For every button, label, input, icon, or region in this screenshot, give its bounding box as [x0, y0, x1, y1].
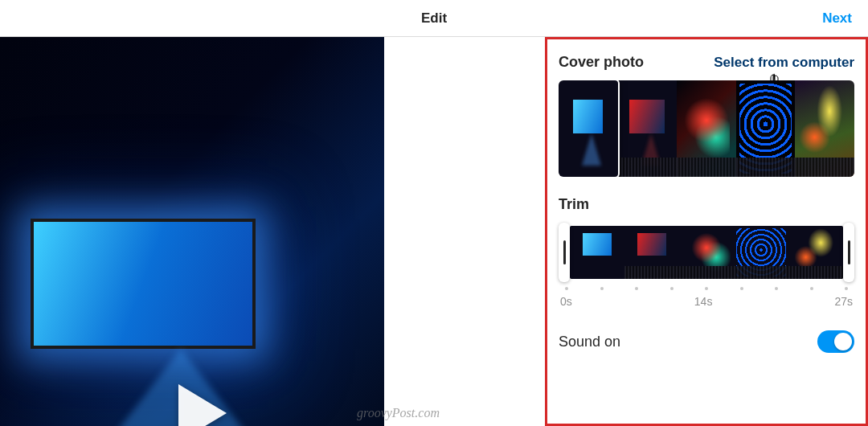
trim-end-handle[interactable] [843, 223, 854, 282]
spacer [384, 37, 545, 426]
trim-mid-label: 14s [694, 295, 713, 308]
trim-frame [570, 226, 624, 279]
trim-frame [788, 226, 843, 279]
next-button[interactable]: Next [822, 10, 852, 27]
cover-frame[interactable] [618, 80, 678, 177]
cover-frame[interactable] [559, 80, 620, 177]
play-icon[interactable] [178, 384, 227, 426]
trim-strip[interactable] [559, 223, 854, 282]
cover-frame[interactable] [795, 80, 854, 177]
trim-end-label: 27s [834, 295, 853, 308]
cover-frame-strip[interactable] [559, 80, 854, 177]
cover-frame[interactable] [677, 80, 736, 177]
trim-section: Trim 0s 14s 27s [559, 196, 854, 308]
trim-frame [624, 226, 679, 279]
trim-ticks [559, 287, 854, 290]
trim-frame [679, 226, 734, 279]
trim-frames[interactable] [570, 226, 843, 279]
sound-row: Sound on [559, 330, 854, 353]
trim-frame [734, 226, 788, 279]
cover-frame[interactable] [736, 80, 796, 177]
trim-time-labels: 0s 14s 27s [559, 295, 854, 308]
page-title: Edit [421, 10, 447, 27]
sound-label: Sound on [559, 334, 620, 350]
preview-stage-screen [31, 219, 256, 349]
video-preview[interactable] [0, 37, 384, 426]
edit-sidepanel: Cover photo Select from computer Trim [545, 37, 868, 426]
trim-start-label: 0s [560, 295, 572, 308]
trim-label: Trim [559, 196, 589, 212]
sound-toggle[interactable] [817, 330, 854, 353]
trim-start-handle[interactable] [559, 223, 570, 282]
cover-photo-label: Cover photo [559, 54, 644, 71]
cover-photo-section: Cover photo Select from computer [559, 54, 854, 177]
editor-content: Cover photo Select from computer Trim [0, 37, 868, 426]
editor-header: Edit Next [0, 0, 868, 37]
select-from-computer-link[interactable]: Select from computer [714, 55, 854, 71]
